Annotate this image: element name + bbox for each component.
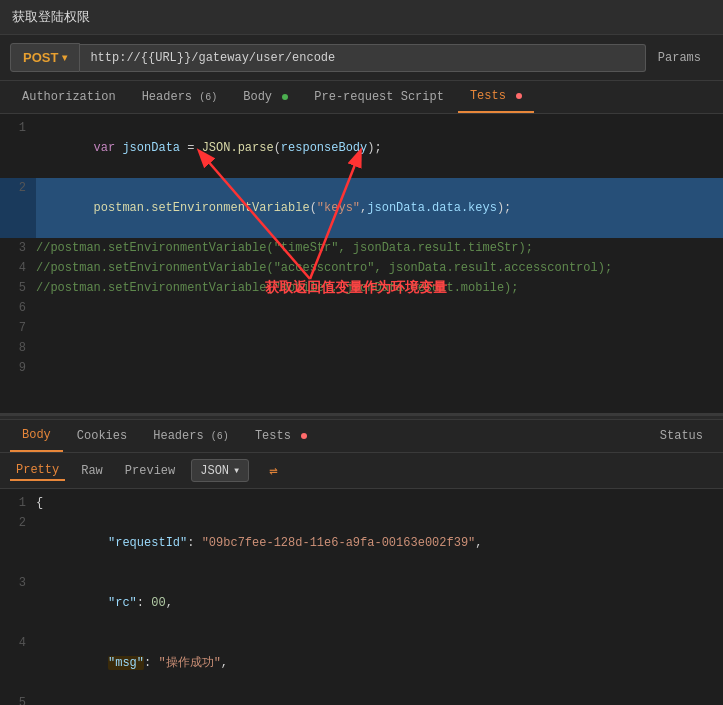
headers-badge: (6) [199, 92, 217, 103]
response-tab-bar: Body Cookies Headers (6) Tests Status [0, 420, 723, 453]
tab-prerequest[interactable]: Pre-request Script [302, 82, 456, 112]
tab-authorization[interactable]: Authorization [10, 82, 128, 112]
method-label: POST [23, 50, 58, 65]
code-line-6: 6 [0, 298, 723, 318]
json-line-4: 4 "msg": "操作成功", [0, 633, 723, 693]
method-button[interactable]: POST ▾ [10, 43, 80, 72]
url-input[interactable] [80, 44, 645, 72]
json-line-3: 3 "rc": 00, [0, 573, 723, 633]
response-lines: 1 { 2 "requestId": "09bc7fee-128d-11e6-a… [0, 489, 723, 705]
method-chevron: ▾ [62, 52, 67, 63]
format-select[interactable]: JSON ▾ [191, 459, 249, 482]
json-line-2: 2 "requestId": "09bc7fee-128d-11e6-a9fa-… [0, 513, 723, 573]
response-tab-cookies[interactable]: Cookies [65, 421, 139, 451]
params-button[interactable]: Params [646, 45, 713, 71]
response-body: 1 { 2 "requestId": "09bc7fee-128d-11e6-a… [0, 489, 723, 705]
code-lines: 1 var jsonData = JSON.parse(responseBody… [0, 114, 723, 382]
json-line-5: 5 "data": { [0, 693, 723, 705]
response-tab-tests[interactable]: Tests [243, 421, 319, 451]
page-title: 获取登陆权限 [12, 10, 90, 25]
code-line-3: 3 //postman.setEnvironmentVariable("time… [0, 238, 723, 258]
format-bar: Pretty Raw Preview JSON ▾ ⇌ [0, 453, 723, 489]
code-line-9: 9 [0, 358, 723, 378]
response-tests-dot [301, 433, 307, 439]
code-line-1: 1 var jsonData = JSON.parse(responseBody… [0, 118, 723, 178]
body-dot [282, 94, 288, 100]
tab-tests[interactable]: Tests [458, 81, 534, 113]
wrap-icon[interactable]: ⇌ [269, 462, 277, 479]
tab-body[interactable]: Body [231, 82, 300, 112]
response-headers-badge: (6) [211, 431, 229, 442]
tab-headers[interactable]: Headers (6) [130, 82, 230, 112]
format-raw[interactable]: Raw [75, 462, 109, 480]
json-line-1: 1 { [0, 493, 723, 513]
url-bar: POST ▾ Params [0, 35, 723, 81]
code-line-4: 4 //postman.setEnvironmentVariable("acce… [0, 258, 723, 278]
code-line-2: 2 postman.setEnvironmentVariable("keys",… [0, 178, 723, 238]
request-tab-bar: Authorization Headers (6) Body Pre-reque… [0, 81, 723, 114]
code-line-7: 7 [0, 318, 723, 338]
tests-dot [516, 93, 522, 99]
title-bar: 获取登陆权限 [0, 0, 723, 35]
response-tab-headers[interactable]: Headers (6) [141, 421, 241, 451]
format-preview[interactable]: Preview [119, 462, 181, 480]
response-tab-body[interactable]: Body [10, 420, 63, 452]
code-line-8: 8 [0, 338, 723, 358]
format-pretty[interactable]: Pretty [10, 461, 65, 481]
status-badge: Status [650, 423, 713, 449]
code-line-5: 5 //postman.setEnvironmentVariable("mobi… [0, 278, 723, 298]
code-editor: 1 var jsonData = JSON.parse(responseBody… [0, 114, 723, 414]
